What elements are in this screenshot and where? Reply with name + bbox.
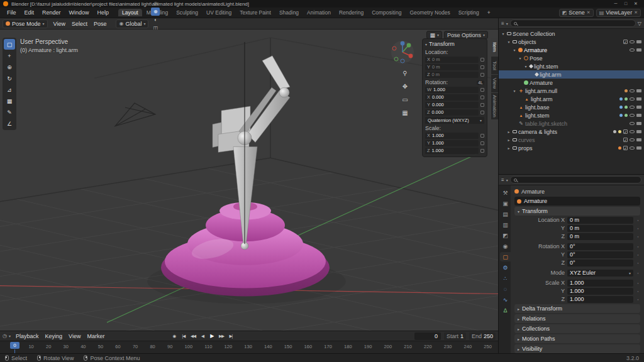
transform-field-3[interactable]: 0° — [567, 243, 633, 250]
select-box-tool-button[interactable]: ▢ — [4, 39, 15, 50]
animate-property-icon[interactable]: ◦ — [636, 271, 640, 275]
disable-render-toggle-icon[interactable] — [636, 106, 641, 109]
viewport-menu-view[interactable]: View — [50, 20, 69, 28]
transform-field-1[interactable]: 0 m — [567, 225, 633, 232]
outliner-item-armature[interactable]: ▾Armature — [499, 46, 644, 54]
checkbox-icon[interactable]: ✓ — [623, 146, 628, 150]
scale-z-field[interactable]: Z1.000 — [425, 148, 479, 154]
timeline-ruler[interactable]: 0102030405060708090100110120130140150160… — [0, 341, 498, 353]
jump-to-start-button[interactable]: |◀ — [179, 332, 187, 340]
scale-tool-button[interactable]: ⊿ — [4, 84, 15, 95]
3d-viewport[interactable]: User Perspective (0) Armature : light.ar… — [0, 30, 498, 331]
workspace-tab-uv-editing[interactable]: UV Editing — [203, 9, 235, 16]
viewport-menu-select[interactable]: Select — [69, 20, 91, 28]
checkbox-icon[interactable]: ✓ — [623, 40, 628, 44]
disable-render-toggle-icon[interactable] — [636, 146, 641, 150]
lock-icon[interactable] — [480, 134, 484, 138]
lock-icon[interactable] — [480, 65, 484, 69]
animate-property-icon[interactable]: ◦ — [636, 253, 640, 257]
workspace-tab-animation[interactable]: Animation — [303, 9, 335, 16]
properties-search[interactable] — [510, 176, 641, 184]
scale-y-field[interactable]: Y1.000 — [425, 140, 479, 146]
transform-section-header[interactable]: ▾ Transform — [514, 207, 640, 216]
timeline-editor-icon[interactable]: ◷ — [3, 333, 7, 339]
expander-icon[interactable]: ▾ — [506, 40, 511, 44]
expander-icon[interactable]: ▾ — [512, 48, 517, 52]
sidebar-tab-item[interactable]: Item — [491, 38, 498, 56]
sidebar-tab-animation[interactable]: Animation — [491, 93, 498, 119]
show-gizmo-button[interactable]: ⊕ — [151, 8, 160, 16]
gizmo-y-axis[interactable] — [407, 43, 411, 48]
lock-icon[interactable] — [480, 111, 484, 114]
cursor-tool-button[interactable]: + — [4, 50, 15, 61]
pose-options-dropdown[interactable]: Pose Options ▾ — [444, 31, 488, 39]
properties-tab-constraints[interactable]: ∿ — [500, 295, 511, 304]
hide-viewport-toggle-icon[interactable] — [630, 114, 635, 117]
rotation-z-field[interactable]: Z0.000 — [425, 109, 479, 116]
rotation-y-field[interactable]: Y0.000 — [425, 102, 479, 108]
auto-keyframe-button[interactable]: ◉ — [170, 332, 178, 340]
properties-tab-modifiers[interactable]: ⚙ — [500, 263, 511, 272]
viewport-menu-pose[interactable]: Pose — [91, 20, 110, 28]
rotation-x-field[interactable]: X0.000 — [425, 94, 479, 101]
animate-property-icon[interactable]: ◦ — [636, 226, 640, 231]
outliner-item-curves[interactable]: ▸curves✓ — [499, 136, 644, 144]
hide-viewport-toggle-icon[interactable] — [630, 106, 635, 109]
outliner-item-light-stem[interactable]: light.stem — [499, 111, 644, 119]
outliner-item-light-base[interactable]: light.base — [499, 103, 644, 111]
menu-edit[interactable]: Edit — [21, 9, 38, 16]
transform-field-7[interactable]: 1.000 — [567, 280, 633, 287]
transform-tool-button[interactable]: ▦ — [4, 96, 15, 106]
hide-viewport-toggle-icon[interactable] — [630, 40, 635, 43]
viewlayer-selector[interactable]: ▤ ViewLayer ✕ — [596, 9, 641, 17]
outliner-item-armature[interactable]: Armature — [499, 79, 644, 87]
object-name-field[interactable]: Armature — [514, 197, 640, 206]
section-motion-paths[interactable]: ▸Motion Paths — [514, 334, 640, 343]
scene-unlink-icon[interactable]: ✕ — [587, 10, 591, 15]
hide-viewport-toggle-icon[interactable] — [630, 122, 635, 125]
transform-field-6[interactable]: XYZ Euler — [567, 270, 633, 277]
prev-keyframe-button[interactable]: ◀◀ — [189, 332, 197, 340]
timeline-menu-playback[interactable]: Playback — [13, 332, 42, 340]
next-keyframe-button[interactable]: ▶▶ — [217, 332, 225, 340]
checkbox-icon[interactable]: ✓ — [623, 129, 628, 134]
lock-icon[interactable] — [480, 58, 484, 62]
animate-property-icon[interactable]: ◦ — [636, 289, 640, 293]
sidebar-tab-tool[interactable]: Tool — [491, 57, 498, 74]
animate-property-icon[interactable]: ◦ — [636, 281, 640, 285]
location-z-field[interactable]: Z0 m — [425, 72, 479, 78]
close-button[interactable]: ✕ — [631, 1, 641, 6]
transform-field-8[interactable]: 1.000 — [567, 288, 633, 295]
frame-end-field[interactable]: End 250 — [469, 332, 496, 340]
workspace-tab-rendering[interactable]: Rendering — [335, 9, 367, 16]
workspace-tab-shading[interactable]: Shading — [275, 9, 303, 16]
outliner-editor-icon[interactable]: ≡ — [501, 21, 504, 26]
menu-window[interactable]: Window — [65, 9, 93, 16]
animate-property-icon[interactable]: ◦ — [636, 244, 640, 249]
hide-viewport-toggle-icon[interactable] — [630, 146, 635, 150]
outliner-item-scene-collection[interactable]: ▾Scene Collection — [499, 30, 644, 38]
toggle-ortho-button[interactable]: ▦ — [401, 108, 409, 117]
annotate-tool-button[interactable]: ✎ — [4, 107, 15, 118]
rotation-4l-indicator[interactable]: 4L — [477, 80, 484, 85]
zoom-button[interactable]: ⚲ — [401, 69, 409, 77]
location-y-field[interactable]: Y0 m — [425, 64, 479, 70]
scene-selector[interactable]: ◩ Scene ✕ — [559, 9, 594, 17]
add-workspace-button[interactable]: + — [484, 9, 494, 16]
section-collections[interactable]: ▸Collections — [514, 324, 640, 333]
section-relations[interactable]: ▸Relations — [514, 314, 640, 323]
disable-render-toggle-icon[interactable] — [636, 48, 641, 52]
animate-property-icon[interactable]: ◦ — [636, 218, 640, 222]
animate-property-icon[interactable]: ◦ — [636, 261, 640, 265]
gizmo-z-axis[interactable] — [401, 41, 405, 46]
lock-icon[interactable] — [480, 103, 484, 107]
lock-icon[interactable] — [480, 88, 484, 92]
workspace-tab-scripting[interactable]: Scripting — [455, 9, 483, 16]
properties-editor-icon[interactable]: ≡ — [501, 177, 504, 183]
lock-icon[interactable] — [480, 96, 484, 99]
outliner-item-props[interactable]: ▸props✓ — [499, 144, 644, 152]
blender-logo-icon[interactable] — [3, 1, 8, 6]
play-button[interactable]: ▶ — [208, 332, 216, 340]
animate-property-icon[interactable]: ◦ — [636, 234, 640, 239]
disable-render-toggle-icon[interactable] — [636, 40, 641, 43]
